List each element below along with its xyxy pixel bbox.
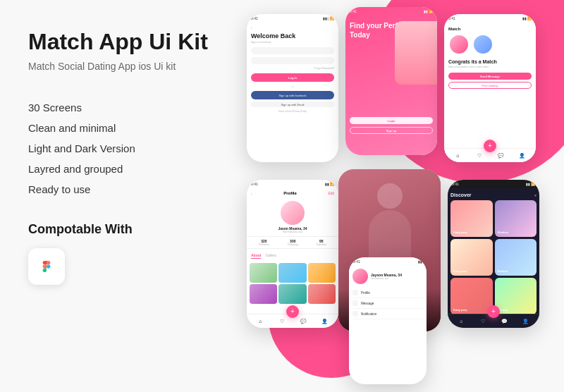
stat-followers: 320 Followers: [259, 239, 269, 246]
login-screen: 9:41▮▮▯ 📶 ‹ Welcome Back Sign in to cont…: [247, 14, 338, 162]
app-title: Match App Ui Kit: [28, 28, 212, 55]
profile-header: ‹ Profile Edit: [247, 188, 338, 198]
facebook-button[interactable]: Sign up with facebook: [251, 91, 334, 99]
phone-profile: 9:41▮▮ 📶 ‹ Profile Edit Jason Msama, 34 …: [247, 180, 338, 328]
bp-avatar-area: Jayson Msama, 34 San francisco, usa: [352, 269, 423, 284]
nav-heart-profile[interactable]: ♡: [278, 317, 286, 326]
feature-1: 30 Screens: [28, 97, 212, 118]
nav-chat-disc[interactable]: 💬: [500, 317, 508, 326]
bp-sub: San francisco, usa: [371, 277, 402, 280]
bp-menu-profile[interactable]: Profile: [352, 288, 423, 298]
match-content: Match Congrats its a Match Start convers…: [444, 23, 536, 93]
edit-button[interactable]: Edit: [328, 191, 334, 195]
bp-name-area: Jayson Msama, 34 San francisco, usa: [371, 273, 402, 280]
nav-chat[interactable]: 💬: [496, 152, 505, 160]
discover-grid: Katty pary Shakina Katty pary Shakira Ka…: [450, 200, 537, 314]
bp-menu-message[interactable]: Message: [352, 298, 423, 309]
bp-menu-notification[interactable]: Notification: [352, 309, 423, 319]
bp-avatar-img: [352, 269, 368, 284]
find-match-buttons: Login Sign up: [350, 117, 433, 134]
login-title: Welcome Back: [251, 32, 334, 39]
nav-bar-discover: ⌂ ♡ + 💬 👤: [448, 314, 539, 328]
match-congrats-title: Congrats its a Match: [448, 59, 532, 64]
photo-2: [278, 263, 306, 283]
phone-profile-small: 9:41▮▮ Jayson Msama, 34 San francisco, u…: [349, 257, 427, 384]
or-divider: or: [251, 85, 334, 88]
features-list: 30 Screens Clean and minimal Light and D…: [28, 97, 212, 200]
match-image: [395, 21, 437, 85]
disc-card-2[interactable]: Shakina: [495, 200, 537, 237]
status-bar-find: 9:41▮▮ 📶: [345, 7, 437, 16]
avatar-1: [448, 34, 470, 55]
disc-card-1[interactable]: Katty pary: [450, 200, 493, 237]
forgot-password[interactable]: Forgot Password?: [251, 67, 334, 70]
nav-home-profile[interactable]: ⌂: [256, 317, 264, 326]
status-bar-discover: 9:41▮▮ 📶: [448, 180, 539, 188]
terms-text: Terms of Use & Privacy Policy: [251, 110, 334, 113]
profile-tabs: About Gallery: [247, 251, 338, 261]
disc-card-5[interactable]: Katty pary: [450, 278, 493, 314]
discover-screen: 9:41▮▮ 📶 Discover ♥ Katty pary Shakina K…: [448, 180, 539, 328]
phone-match: 9:41▮▮ 📶 Match Congrats its a Match Star…: [444, 14, 536, 162]
status-bar-login: 9:41▮▮▯ 📶: [247, 14, 338, 23]
nav-bar-match: ⌂ ♡ + 💬 👤: [444, 148, 536, 162]
disc-card-4[interactable]: Shakira: [495, 239, 537, 276]
profile-location: San francisco,usa: [283, 231, 302, 233]
login-subtitle: Sign in to continue: [251, 41, 334, 44]
bp-message-icon: [352, 300, 358, 306]
photo-5: [278, 284, 306, 304]
match-congrats-sub: Start conversation now to each other: [448, 66, 532, 68]
profile-stats: 320 Followers 300 Following 95 Favorites: [247, 236, 338, 249]
avatar-2: [472, 34, 494, 55]
disc-card-6[interactable]: Shakira: [495, 278, 537, 314]
nav-person-profile[interactable]: 👤: [321, 317, 329, 326]
email-button[interactable]: Sign up with Email: [251, 102, 334, 107]
nav-heart-disc[interactable]: ♡: [479, 317, 487, 326]
nav-heart[interactable]: ♡: [475, 152, 484, 160]
login-content: ‹ Welcome Back Sign in to continue Forgo…: [247, 23, 338, 116]
tab-about[interactable]: About: [251, 253, 261, 259]
profile-screen: 9:41▮▮ 📶 ‹ Profile Edit Jason Msama, 34 …: [247, 180, 338, 328]
back-arrow-profile[interactable]: ‹: [251, 191, 252, 195]
profile-small-screen: 9:41▮▮ Jayson Msama, 34 San francisco, u…: [349, 257, 427, 384]
find-match-bg: Find your Perfect match Today Login Sign…: [345, 7, 437, 155]
profile-photos: [247, 263, 338, 304]
login-btn-find[interactable]: Login: [350, 117, 433, 124]
status-bar-match: 9:41▮▮ 📶: [444, 14, 536, 23]
status-bar-small: 9:41▮▮: [349, 257, 427, 266]
discover-filter[interactable]: ♥: [534, 193, 537, 197]
add-button-match[interactable]: +: [484, 140, 496, 152]
free-shaking-btn[interactable]: Free shaking: [448, 82, 532, 89]
nav-home-disc[interactable]: ⌂: [457, 317, 465, 326]
add-button-discover[interactable]: +: [487, 305, 500, 318]
profile-avatar-area: Jason Msama, 34 San francisco,usa: [247, 198, 338, 236]
match-header: Match: [448, 27, 532, 31]
feature-5: Ready to use: [28, 179, 212, 200]
stat-following: 300 Following: [288, 239, 298, 246]
nav-person[interactable]: 👤: [518, 152, 527, 160]
login-button[interactable]: Log In: [251, 73, 334, 82]
phone-discover: 9:41▮▮ 📶 Discover ♥ Katty pary Shakina K…: [448, 180, 539, 328]
add-button-profile[interactable]: +: [286, 305, 299, 318]
feature-3: Light and Dark Version: [28, 138, 212, 159]
right-panel: 9:41▮▮▯ 📶 ‹ Welcome Back Sign in to cont…: [226, 0, 564, 392]
match-screen: 9:41▮▮ 📶 Match Congrats its a Match Star…: [444, 14, 536, 162]
username-field[interactable]: [251, 47, 334, 54]
phone-find-match: 9:41▮▮ 📶 Find your Perfect match Today L…: [345, 7, 437, 155]
disc-card-3[interactable]: Katty pary: [450, 239, 493, 276]
photo-4: [250, 284, 277, 304]
nav-person-disc[interactable]: 👤: [522, 317, 530, 326]
photo-3: [308, 263, 336, 283]
tab-gallery[interactable]: Gallery: [265, 253, 276, 259]
feature-4: Layred and grouped: [28, 159, 212, 179]
password-field[interactable]: [251, 57, 334, 64]
send-message-btn[interactable]: Send Message: [448, 73, 532, 80]
compatible-label: Compotable With: [28, 222, 212, 237]
profile-avatar-img: [281, 201, 305, 225]
signup-btn-find[interactable]: Sign up: [350, 127, 433, 134]
left-panel: Match App Ui Kit Match Social Dating App…: [0, 0, 240, 392]
nav-chat-profile[interactable]: 💬: [299, 317, 307, 326]
nav-home[interactable]: ⌂: [453, 152, 462, 160]
photo-1: [250, 263, 277, 283]
phone-login: 9:41▮▮▯ 📶 ‹ Welcome Back Sign in to cont…: [247, 14, 338, 162]
